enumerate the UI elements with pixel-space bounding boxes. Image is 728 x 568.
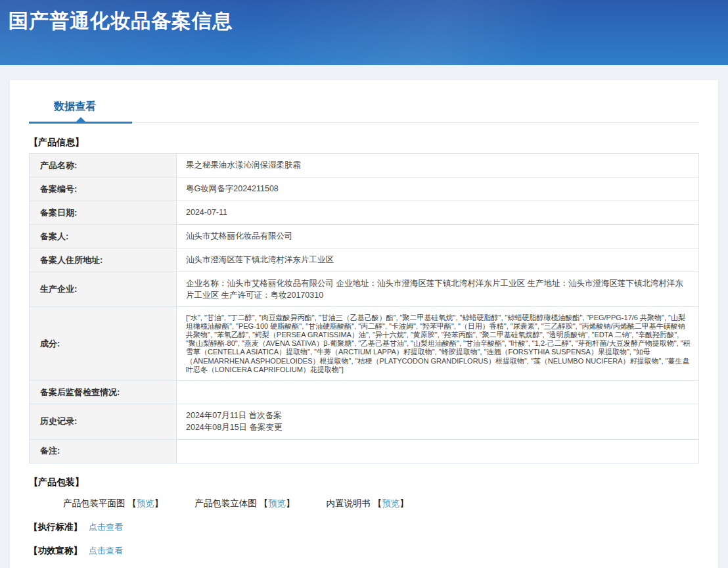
packaging-item-manual: 内置说明书 【预览】 <box>327 498 409 509</box>
packaging-item-label: 产品包装立体图 <box>194 498 257 508</box>
row-value: 2024年07月11日 首次备案 2024年08月15日 备案变更 <box>177 404 699 439</box>
row-label: 生产企业: <box>30 272 177 307</box>
preview-link-3d-view[interactable]: 预览 <box>268 498 286 508</box>
section-standard-title: 【执行标准】 <box>29 521 82 533</box>
row-label: 备案日期: <box>30 201 177 225</box>
table-row-registration-number: 备案编号: 粤G妆网备字2024211508 <box>30 178 699 201</box>
row-label: 备案后监督检查情况: <box>30 381 177 404</box>
table-row-registrant-address: 备案人住所地址: 汕头市澄海区莲下镇北湾村洋东片工业区 <box>30 248 699 272</box>
page-body: 数据查看 【产品信息】 产品名称: 果之秘果油水漾沁润保湿柔肤霜 备案编号: 粤… <box>0 65 728 568</box>
preview-link-flat-view[interactable]: 预览 <box>137 498 154 508</box>
preview-link-manual[interactable]: 预览 <box>382 498 399 508</box>
bracket: 【 <box>127 498 137 508</box>
row-label: 成分: <box>30 307 177 381</box>
table-row-registration-date: 备案日期: 2024-07-11 <box>30 201 699 225</box>
page-title: 国产普通化妆品备案信息 <box>0 0 728 35</box>
row-value: 汕头市艾格丽化妆品有限公司 <box>177 225 699 248</box>
tab-data-view[interactable]: 数据查看 <box>54 100 96 114</box>
row-value: ["水", "甘油", "丁二醇", "肉豆蔻酸异丙酯", "甘油三（乙基己酸）… <box>177 307 699 381</box>
tab-active-indicator <box>29 122 132 124</box>
product-info-table: 产品名称: 果之秘果油水漾沁润保湿柔肤霜 备案编号: 粤G妆网备字2024211… <box>29 153 699 463</box>
section-packaging-title: 【产品包装】 <box>29 477 699 488</box>
table-row-registrant: 备案人: 汕头市艾格丽化妆品有限公司 <box>30 225 699 248</box>
tab-caret-icon <box>76 117 85 122</box>
section-product-info-title: 【产品信息】 <box>29 137 699 149</box>
table-row-history: 历史记录: 2024年07月11日 首次备案 2024年08月15日 备案变更 <box>30 404 699 439</box>
section-efficacy: 【功效宣称】 点击查看 <box>29 545 699 557</box>
row-value: 粤G妆网备字2024211508 <box>177 178 699 201</box>
tab-bar: 数据查看 <box>29 80 699 124</box>
content-card: 数据查看 【产品信息】 产品名称: 果之秘果油水漾沁润保湿柔肤霜 备案编号: 粤… <box>10 80 718 568</box>
table-row-ingredients: 成分: ["水", "甘油", "丁二醇", "肉豆蔻酸异丙酯", "甘油三（乙… <box>30 307 699 381</box>
bracket: 【 <box>260 498 269 508</box>
section-efficacy-title: 【功效宣称】 <box>29 545 82 557</box>
packaging-item-label: 产品包装平面图 <box>63 498 125 508</box>
bracket: 】 <box>286 498 295 508</box>
row-label: 备案人: <box>30 225 177 248</box>
bracket: 【 <box>373 498 382 508</box>
page-header-banner: 国产普通化妆品备案信息 <box>0 0 728 65</box>
section-standard: 【执行标准】 点击查看 <box>29 521 699 533</box>
row-label: 历史记录: <box>30 404 177 439</box>
table-row-product-name: 产品名称: 果之秘果油水漾沁润保湿柔肤霜 <box>30 154 699 178</box>
packaging-item-3d-view: 产品包装立体图 【预览】 <box>194 498 294 509</box>
row-label: 备案编号: <box>30 178 177 201</box>
row-value <box>177 439 699 463</box>
bracket: 】 <box>399 498 409 508</box>
row-value: 果之秘果油水漾沁润保湿柔肤霜 <box>177 154 699 178</box>
row-value: 企业名称：汕头市艾格丽化妆品有限公司 企业地址：汕头市澄海区莲下镇北湾村洋东片工… <box>177 272 699 307</box>
bracket: 】 <box>154 498 164 508</box>
packaging-links-row: 产品包装平面图 【预览】 产品包装立体图 【预览】 内置说明书 【预览】 <box>29 498 699 509</box>
row-value <box>177 381 699 404</box>
table-row-remarks: 备注: <box>30 439 699 463</box>
efficacy-view-link[interactable]: 点击查看 <box>89 545 123 557</box>
table-row-manufacturer: 生产企业: 企业名称：汕头市艾格丽化妆品有限公司 企业地址：汕头市澄海区莲下镇北… <box>30 272 699 307</box>
packaging-item-flat-view: 产品包装平面图 【预览】 <box>63 498 163 509</box>
row-label: 产品名称: <box>30 154 177 178</box>
row-value: 2024-07-11 <box>177 201 699 225</box>
packaging-item-label: 内置说明书 <box>327 498 371 508</box>
row-label: 备案人住所地址: <box>30 248 177 272</box>
row-label: 备注: <box>30 439 177 463</box>
row-value: 汕头市澄海区莲下镇北湾村洋东片工业区 <box>177 248 699 272</box>
standard-view-link[interactable]: 点击查看 <box>89 521 123 533</box>
table-row-post-inspection: 备案后监督检查情况: <box>30 381 699 404</box>
